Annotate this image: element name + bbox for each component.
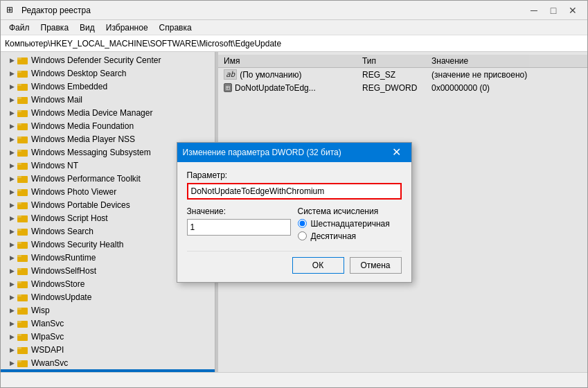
cancel-button[interactable]: Отмена [350,257,402,274]
menu-file[interactable]: Файл [3,21,35,34]
radio-hex[interactable]: Шестнадцатеричная [298,219,402,229]
ok-button[interactable]: ОК [292,257,344,274]
radio-group: Шестнадцатеричная Десятичная [298,219,402,241]
value-label: Значение: [187,206,291,216]
menubar: Файл Правка Вид Избранное Справка [1,20,587,35]
modal-row: Значение: Система исчисления Шестнадцате… [187,206,402,241]
modal-body: Параметр: Значение: Система исчисления [177,162,411,282]
param-label: Параметр: [187,170,402,180]
close-button[interactable]: ✕ [564,3,582,17]
modal-left: Значение: [187,206,291,241]
modal-overlay: Изменение параметра DWORD (32 бита) ✕ Па… [1,52,587,372]
radio-hex-input[interactable] [298,219,307,228]
system-label: Система исчисления [298,206,402,216]
modal-right: Система исчисления Шестнадцатеричная Дес… [298,206,402,241]
value-input[interactable] [187,219,291,236]
minimize-button[interactable]: ─ [525,3,543,17]
param-input[interactable] [187,183,402,200]
titlebar-title: Редактор реестра [21,6,525,15]
menu-edit[interactable]: Правка [35,21,75,34]
menu-help[interactable]: Справка [154,21,197,34]
radio-dec[interactable]: Десятичная [298,231,402,241]
main-area: ▶ Windows Defender Security Center ▶ Win… [1,52,587,372]
menu-favorites[interactable]: Избранное [100,21,154,34]
modal-titlebar: Изменение параметра DWORD (32 бита) ✕ [177,143,411,162]
titlebar-buttons: ─ □ ✕ [525,3,582,17]
menu-view[interactable]: Вид [74,21,100,34]
addressbar: Компьютер\HKEY_LOCAL_MACHINE\SOFTWARE\Mi… [1,35,587,52]
address-path: Компьютер\HKEY_LOCAL_MACHINE\SOFTWARE\Mi… [5,39,281,48]
radio-dec-label: Десятичная [311,231,357,241]
modal-buttons: ОК Отмена [187,251,402,274]
registry-editor-window: ⊞ Редактор реестра ─ □ ✕ Файл Правка Вид… [0,0,588,388]
dword-dialog: Изменение параметра DWORD (32 бита) ✕ Па… [177,142,412,283]
modal-title: Изменение параметра DWORD (32 бита) [183,148,388,157]
modal-close-button[interactable]: ✕ [388,146,406,159]
statusbar [1,372,587,387]
radio-hex-label: Шестнадцатеричная [311,219,390,229]
radio-dec-input[interactable] [298,231,307,240]
titlebar: ⊞ Редактор реестра ─ □ ✕ [1,1,587,20]
app-icon: ⊞ [6,5,17,16]
maximize-button[interactable]: □ [544,3,562,17]
